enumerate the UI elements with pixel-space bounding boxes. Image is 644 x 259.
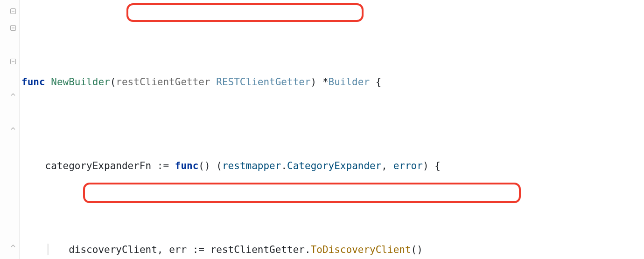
fold-marker-close[interactable] [10,125,17,133]
param-name: restClientGetter [116,76,210,88]
return-type: Builder [329,76,370,88]
identifier: restClientGetter [210,244,305,255]
fold-marker-close[interactable] [10,91,17,99]
gutter [0,0,20,259]
dot: . [305,244,311,255]
comma: , [157,244,169,255]
brace: { [376,76,382,88]
method: ToDiscoveryClient [311,244,411,255]
code-area[interactable]: func NewBuilder(restClientGetter RESTCli… [20,0,644,259]
identifier: err [169,244,187,255]
paren: ) [423,160,429,171]
type-error: error [393,160,423,171]
paren: ( [198,160,204,171]
code-line[interactable]: │ discoveryClient, err := restClientGett… [21,241,644,258]
dot: . [281,160,287,171]
identifier: categoryExpanderFn [45,160,152,171]
star: * [322,76,329,88]
code-line[interactable]: func NewBuilder(restClientGetter RESTCli… [21,74,644,90]
param-type: RESTClientGetter [216,76,310,88]
code-editor: func NewBuilder(restClientGetter RESTCli… [0,0,644,259]
keyword-func: func [175,160,199,171]
identifier: discoveryClient [69,244,157,255]
brace: { [434,160,441,171]
paren: ) [204,160,210,171]
annotation-box [126,3,364,22]
paren: ( [216,160,222,171]
fold-marker-open[interactable] [10,58,17,66]
annotation-box [83,183,521,203]
fold-marker-open[interactable] [10,8,17,15]
op: := [193,244,204,255]
pkg: restmapper [222,160,281,171]
comma: , [381,160,393,171]
op: := [157,160,169,171]
type: CategoryExpander [287,160,381,171]
code-line[interactable]: categoryExpanderFn := func() (restmapper… [21,157,644,174]
paren: ( [110,76,116,88]
func-name: NewBuilder [51,76,110,88]
paren: ) [311,76,317,88]
fold-marker-open[interactable] [10,25,17,32]
fold-marker-close[interactable] [10,243,17,250]
paren: ) [417,244,423,255]
paren: ( [411,244,417,255]
keyword-func: func [21,76,45,88]
